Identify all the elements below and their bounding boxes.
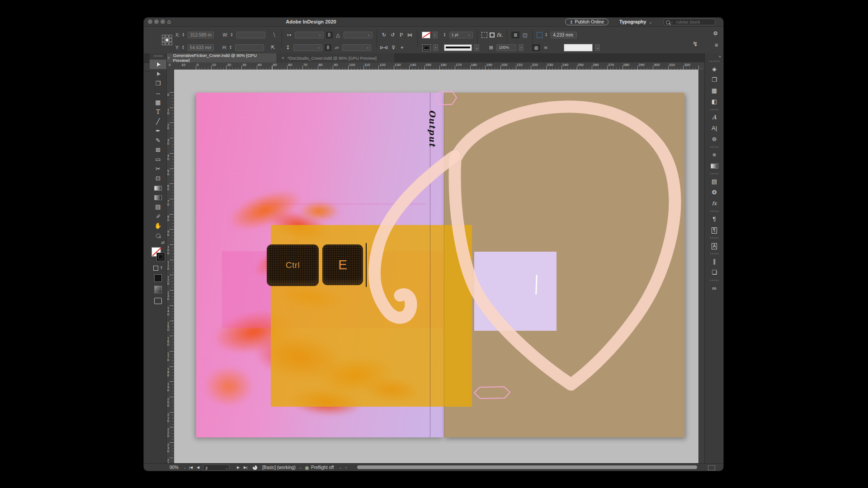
offset-field[interactable]: [551, 32, 577, 38]
zoom-chevron-icon[interactable]: ⌄: [184, 465, 186, 470]
dock-expand-icon[interactable]: «: [705, 53, 723, 60]
y-stepper[interactable]: ▲▼: [182, 45, 185, 50]
opacity-button[interactable]: ›: [519, 44, 524, 51]
outline-hexagon-top[interactable]: [435, 91, 457, 105]
shear-angle-combo[interactable]: ⌄: [342, 44, 371, 51]
vertical-scrollbar[interactable]: [698, 70, 705, 463]
flip-h-icon[interactable]: ⊳⊲: [380, 45, 388, 51]
stroke-type-combo[interactable]: [444, 44, 472, 51]
swap-fill-stroke-icon[interactable]: ⇄: [150, 240, 166, 245]
free-transform-tool[interactable]: ⊡: [150, 174, 166, 183]
first-page-button[interactable]: |◀: [189, 465, 193, 470]
selection-tool[interactable]: ➤: [150, 60, 166, 69]
rotate-ccw-icon[interactable]: ↺: [390, 32, 396, 38]
panel-effects[interactable]: fx: [705, 198, 723, 209]
panel-menu-icon[interactable]: ≡: [715, 42, 718, 48]
panel-gradient[interactable]: [705, 160, 723, 171]
tab-docstudio-cover[interactable]: × *DocStudio_Cover.indd @ 90% [GPU Previ…: [277, 53, 394, 62]
stroke-swatch[interactable]: [422, 44, 431, 51]
gradient-feather-tool[interactable]: [150, 192, 166, 202]
vertical-ruler[interactable]: 01 02 03 04 05 06 07 08 09 01 0 01 1 01 …: [166, 70, 174, 463]
page-tool[interactable]: ❒: [150, 79, 166, 88]
preflight-profile[interactable]: [Basic] (working): [262, 465, 296, 470]
x-stepper[interactable]: ▲▼: [182, 33, 185, 37]
w-stepper[interactable]: ▲▼: [231, 33, 234, 37]
type-tool[interactable]: T: [150, 107, 166, 117]
profile-chevron-icon[interactable]: ⌄: [299, 465, 302, 470]
close-icon[interactable]: ×: [167, 56, 170, 61]
screen-mode-button[interactable]: [154, 298, 162, 304]
w-field[interactable]: [236, 32, 265, 38]
opacity-combo[interactable]: 100%: [496, 44, 516, 51]
scale-link-icon[interactable]: 8: [325, 44, 331, 51]
close-icon[interactable]: ×: [282, 56, 284, 61]
stroke-options-button[interactable]: ›: [433, 44, 438, 51]
content-collector-tool[interactable]: ▦: [150, 98, 166, 107]
home-icon[interactable]: ⌂: [167, 18, 171, 25]
panel-swatches[interactable]: ▦: [705, 85, 723, 96]
pen-tool[interactable]: ✒: [150, 126, 166, 136]
constrain-proportions-icon[interactable]: ⧹: [271, 32, 278, 38]
minimize-window-button[interactable]: [154, 19, 159, 24]
scale-link-icon[interactable]: 8: [326, 32, 333, 38]
ribbon-tail[interactable]: [374, 156, 454, 318]
e-key-graphic[interactable]: E: [323, 245, 363, 285]
fill-options-button[interactable]: ›: [433, 32, 438, 38]
stroke-swatch-indicator[interactable]: [156, 253, 165, 261]
note-tool[interactable]: ▤: [150, 202, 166, 211]
flip-horizontal-icon[interactable]: ⋈: [407, 32, 413, 38]
direct-selection-tool[interactable]: ➤: [150, 69, 166, 79]
panel-paragraph-styles[interactable]: ¶: [705, 225, 723, 235]
dock-grip[interactable]: [709, 61, 719, 62]
panel-character-styles[interactable]: A|: [705, 123, 723, 134]
panel-object-styles[interactable]: ❏: [705, 267, 723, 278]
stock-search[interactable]: ⌄: [664, 19, 715, 25]
panel-layers[interactable]: ◈: [705, 64, 723, 75]
formatting-affects-text-icon[interactable]: T: [160, 266, 163, 270]
reference-point-proxy[interactable]: [162, 35, 173, 46]
transparency-icon[interactable]: ◍: [532, 44, 540, 51]
corner-shape-icon[interactable]: [490, 33, 495, 38]
apply-gradient-button[interactable]: [154, 286, 162, 293]
panel-pages[interactable]: ❐: [705, 75, 723, 85]
panel-stroke[interactable]: ≡: [705, 150, 723, 160]
scale-y-combo[interactable]: ⌄: [293, 44, 322, 51]
document-canvas[interactable]: Ctrl E Output: [174, 70, 698, 463]
line-tool[interactable]: ╱: [150, 117, 166, 126]
tab-generativefiction-cover[interactable]: × GenerativeFiction_Cover.indd @ 90% [GP…: [163, 53, 277, 62]
horizontal-ruler[interactable]: 0100102030405060708090100110120130140150…: [166, 62, 721, 70]
panel-links[interactable]: ∞: [705, 283, 723, 294]
h-field[interactable]: [235, 44, 264, 51]
spine-title-text[interactable]: Output: [428, 110, 437, 162]
stroke-type-chevron[interactable]: ⌄: [474, 44, 479, 51]
ctrl-key-graphic[interactable]: Ctrl: [267, 245, 318, 286]
scale-x-combo[interactable]: ⌄: [295, 32, 324, 38]
scissors-tool[interactable]: ✂: [150, 164, 166, 174]
frame-fitting-icon[interactable]: [537, 32, 542, 38]
eyedropper-tool[interactable]: ✑: [150, 211, 166, 221]
close-window-button[interactable]: [148, 19, 152, 24]
anchor-icon[interactable]: ⌖: [399, 45, 405, 51]
maximize-window-button[interactable]: [160, 19, 165, 24]
page-number-input[interactable]: [204, 465, 223, 471]
workspace-switcher[interactable]: Typography⌄: [619, 19, 652, 24]
fill-swatch-none[interactable]: [422, 32, 430, 38]
preflight-status[interactable]: Preflight off: [311, 465, 334, 470]
select-container-icon[interactable]: P: [398, 32, 405, 38]
toolbar-grip[interactable]: [153, 55, 163, 57]
gear-icon[interactable]: ⚙: [713, 30, 718, 37]
formatting-affects-container-icon[interactable]: [153, 266, 158, 271]
zoom-level[interactable]: 90%: [170, 465, 179, 470]
flip-v-icon[interactable]: ⊽: [390, 45, 396, 51]
effects-menu[interactable]: fx.: [497, 32, 503, 38]
last-page-button[interactable]: ▶|: [244, 465, 247, 470]
ribbon-loop[interactable]: [455, 107, 675, 385]
y-field[interactable]: [188, 44, 214, 51]
panel-text-frame-options[interactable]: ▤: [705, 176, 723, 187]
gradient-swatch-tool[interactable]: [150, 183, 166, 192]
gap-tool[interactable]: ↔: [150, 88, 166, 98]
panel-paragraph[interactable]: ¶: [705, 214, 723, 225]
panel-adjust[interactable]: ❂: [705, 187, 723, 198]
scrollbar-corner-widget[interactable]: [708, 465, 715, 470]
panel-align[interactable]: ∥: [705, 256, 723, 267]
